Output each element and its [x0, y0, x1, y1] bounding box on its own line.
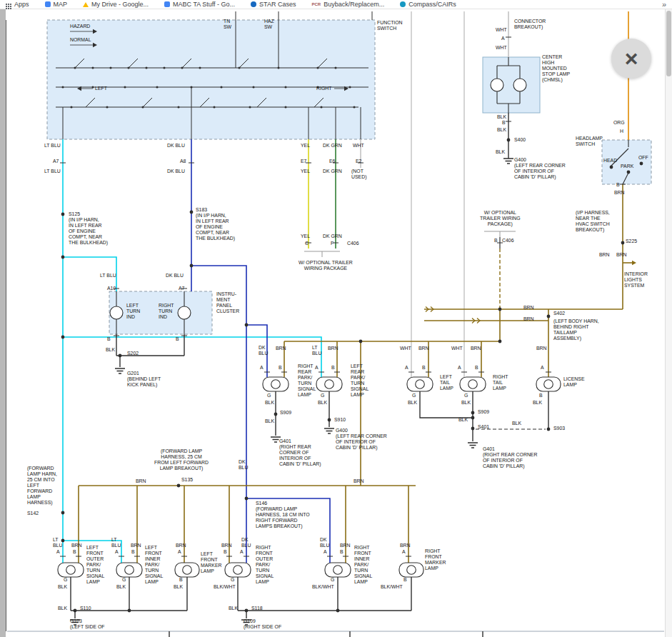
switch-contact-dot — [92, 67, 94, 69]
trailer-bracket — [484, 231, 516, 237]
switch-contact-dot — [285, 86, 287, 89]
switch-contact-dot — [178, 106, 180, 109]
switch-contact-dot — [278, 67, 280, 69]
splice-s402 — [547, 315, 551, 318]
switch-contact-dot — [110, 67, 112, 69]
bookmark-apps[interactable]: Apps — [6, 1, 29, 8]
bookmark-label: Buyback/Replacem... — [324, 1, 384, 8]
junction-dot — [128, 609, 131, 613]
wire-lt-blu-left-rear — [63, 337, 321, 377]
bookmark-label: Apps — [14, 1, 29, 8]
switch-contact-dot — [142, 106, 144, 109]
switch-contact-dot — [191, 86, 193, 89]
left-tail-lamp-symbol — [407, 377, 433, 391]
splice-s202 — [119, 354, 122, 358]
splice-s909-right-tail — [471, 411, 475, 415]
scrollbar-thumb[interactable] — [666, 11, 671, 76]
license-lamp-symbol — [536, 377, 561, 391]
splice-s110 — [74, 609, 77, 613]
bookmarks-overflow-chevron[interactable]: » — [662, 0, 666, 9]
bookmarks-bar: AppsMAPMy Drive - Google...MABC TA Stuff… — [0, 0, 672, 9]
junction-dot — [471, 416, 475, 420]
ground-g400-left-rear — [324, 428, 334, 433]
splice-s118 — [245, 609, 249, 613]
vertical-scrollbar[interactable] — [665, 9, 672, 637]
switch-contact-dot — [335, 67, 337, 69]
junction-dot — [498, 308, 502, 311]
wire-dk-blu-front-inner-right — [246, 498, 330, 563]
switch-contact-dot — [62, 86, 64, 89]
wire-blk-lt-ground — [420, 391, 473, 418]
bookmark-mabc-ta-stuff-go[interactable]: MABC TA Stuff - Go... — [164, 1, 235, 8]
browser-viewport: { "bookmarks_bar": { "overflow": "\u00bb… — [0, 0, 672, 637]
splice-s135 — [177, 484, 181, 488]
left-front-marker-lamp-symbol — [175, 563, 199, 577]
close-button[interactable]: × — [611, 39, 651, 79]
ground-g109 — [241, 620, 251, 625]
ground-g103 — [70, 620, 80, 625]
instrument-panel-cluster-box — [109, 291, 212, 334]
bookmark-buyback-replacem[interactable]: PCRBuyback/Replacem... — [311, 1, 384, 8]
switch-contact-dot — [156, 86, 159, 89]
bookmark-label: Compass/CAIRs — [408, 1, 456, 8]
splice-s910 — [328, 418, 331, 422]
junction-dot — [61, 256, 65, 259]
bookmark-my-drive-google[interactable]: My Drive - Google... — [83, 1, 149, 8]
switch-contact-dot — [71, 106, 73, 109]
ground-g401-right-rear — [271, 437, 281, 442]
switch-contact-dot — [181, 67, 184, 69]
junction-dot — [61, 539, 65, 543]
switch-contact-dot — [349, 86, 351, 89]
switch-contact-dot — [285, 106, 287, 109]
wire-lt-blu-cluster — [63, 257, 116, 291]
turn-hazard-function-switch-box — [47, 20, 375, 139]
ground-g401-right-tail — [468, 443, 478, 448]
bookmark-label: MAP — [54, 1, 68, 8]
right-front-outer-park-turn-lamp-symbol — [225, 563, 251, 577]
splice-s401 — [471, 427, 475, 431]
headlamp-switch-box — [602, 140, 651, 184]
wiring-diagram — [0, 0, 672, 637]
splice-s909-right-rear — [274, 413, 278, 416]
junction-dot — [627, 171, 631, 174]
circle-icon — [400, 1, 406, 7]
junction-dot — [61, 336, 65, 339]
switch-contact-dot — [92, 86, 94, 89]
junction-dot — [336, 609, 340, 613]
junction-dot — [640, 162, 643, 166]
splice-s146 — [245, 497, 249, 501]
right-rear-park-turn-signal-lamp-symbol — [263, 377, 289, 391]
left-rear-park-turn-signal-lamp-symbol — [316, 377, 342, 391]
right-front-inner-park-turn-lamp-symbol — [325, 563, 351, 577]
splice-s183 — [190, 211, 194, 214]
switch-contact-dot — [106, 106, 109, 109]
c406-bracket — [304, 251, 340, 257]
right-front-marker-lamp-symbol — [399, 563, 423, 577]
switch-contact-dot — [317, 67, 319, 69]
right-turn-indicator-bulb — [178, 306, 191, 319]
splice-s400 — [507, 139, 511, 142]
triangle-icon — [83, 2, 89, 7]
wire-dk-blu-right-rear — [246, 325, 267, 377]
right-tail-lamp-symbol — [460, 377, 486, 391]
circle-icon — [251, 1, 256, 7]
switch-contact-dot — [321, 106, 323, 109]
bookmark-label: My Drive - Google... — [91, 1, 149, 8]
splice-s125 — [61, 213, 65, 216]
junction-dot — [359, 340, 363, 343]
bookmark-star-cases[interactable]: STAR Cases — [251, 1, 296, 8]
ground-g201 — [115, 368, 125, 373]
bookmark-map[interactable]: MAP — [45, 1, 68, 8]
junction-dot — [190, 264, 194, 268]
text-icon: PCR — [311, 2, 321, 6]
switch-contact-dot — [253, 86, 255, 89]
chmsl-bulb-1 — [491, 79, 503, 91]
switch-contact-dot — [146, 67, 148, 69]
bookmark-compass-cairs[interactable]: Compass/CAIRs — [400, 1, 456, 8]
switch-contact-dot — [199, 67, 201, 69]
switch-contact-dot — [249, 106, 251, 109]
grid-icon — [6, 4, 7, 5]
switch-contact-dot — [74, 67, 76, 69]
switch-contact-dot — [317, 86, 319, 89]
wire-lt-blu-front-inner — [63, 541, 121, 563]
